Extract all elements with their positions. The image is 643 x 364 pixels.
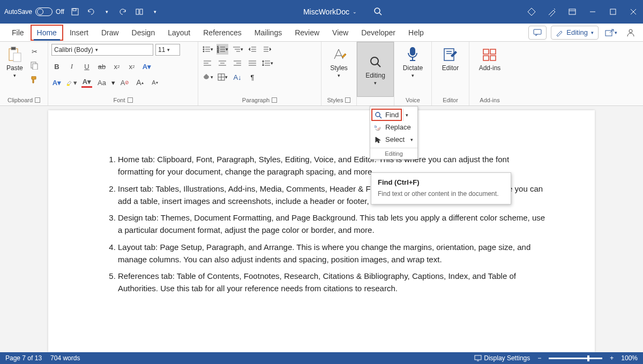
- group-font: Calibri (Body)▾ 11▾ B I U ab x2 x2 A▾ A▾…: [48, 42, 198, 105]
- svg-text:3: 3: [217, 51, 219, 53]
- diamond-icon[interactable]: [526, 6, 537, 17]
- autosave-toggle[interactable]: AutoSave Off: [4, 7, 64, 16]
- styles-button[interactable]: Styles ▾: [327, 44, 351, 80]
- tab-references[interactable]: References: [197, 24, 248, 42]
- font-color-button[interactable]: A▾: [51, 77, 62, 88]
- dialog-launcher-icon[interactable]: [35, 97, 40, 103]
- comments-button[interactable]: [528, 26, 547, 40]
- copy-icon[interactable]: [29, 60, 40, 71]
- coming-soon-icon[interactable]: [547, 6, 557, 17]
- svg-rect-63: [410, 48, 415, 55]
- svg-point-4: [375, 8, 380, 13]
- save-icon[interactable]: [70, 6, 80, 17]
- bullets-button[interactable]: ▾: [201, 44, 213, 55]
- underline-button[interactable]: U: [81, 61, 92, 72]
- tab-view[interactable]: View: [326, 24, 355, 42]
- close-icon[interactable]: [628, 6, 639, 17]
- page-indicator[interactable]: Page 7 of 13: [5, 354, 42, 362]
- editor-button[interactable]: Editor: [439, 44, 462, 74]
- tab-review[interactable]: Review: [288, 24, 326, 42]
- numbering-button[interactable]: 123▾: [216, 44, 228, 55]
- font-size-combo[interactable]: 11▾: [155, 44, 180, 56]
- align-center-button[interactable]: [216, 58, 228, 69]
- zoom-in-icon[interactable]: +: [610, 354, 614, 362]
- change-case-button[interactable]: Aa: [96, 77, 107, 88]
- font-name-combo[interactable]: Calibri (Body)▾: [51, 44, 153, 56]
- bold-button[interactable]: B: [51, 61, 62, 72]
- redo-icon[interactable]: [118, 6, 129, 17]
- multilevel-list-button[interactable]: ▾: [231, 44, 243, 55]
- account-icon[interactable]: [624, 26, 638, 40]
- word-count[interactable]: 704 words: [50, 354, 80, 362]
- svg-rect-2: [136, 9, 139, 14]
- strikethrough-button[interactable]: ab: [96, 61, 107, 72]
- align-right-button[interactable]: [231, 58, 243, 69]
- customize-qat-icon[interactable]: ▾: [150, 6, 161, 17]
- format-painter-icon[interactable]: [29, 74, 40, 85]
- dialog-launcher-icon[interactable]: [128, 97, 133, 103]
- zoom-slider[interactable]: [549, 358, 602, 359]
- tab-developer[interactable]: Developer: [355, 24, 402, 42]
- svg-rect-1: [73, 9, 76, 11]
- line-spacing-button[interactable]: ▾: [261, 58, 273, 69]
- font-color2-button[interactable]: A▾: [81, 77, 92, 88]
- tab-draw[interactable]: Draw: [95, 24, 125, 42]
- find-menu-item[interactable]: Find: [371, 109, 402, 121]
- cut-icon[interactable]: ✂: [29, 46, 40, 57]
- grow-font-button[interactable]: A▴: [134, 77, 145, 88]
- dialog-launcher-icon[interactable]: [345, 97, 350, 103]
- tab-insert[interactable]: Insert: [63, 24, 95, 42]
- increase-indent-button[interactable]: [261, 44, 273, 55]
- addins-button[interactable]: Add-ins: [476, 44, 504, 74]
- tab-mailings[interactable]: Mailings: [248, 24, 288, 42]
- replace-menu-item[interactable]: bc Replace: [370, 121, 417, 133]
- borders-button[interactable]: ▾: [216, 72, 228, 82]
- document-title[interactable]: MiscWorkDoc ⌄: [303, 7, 357, 16]
- text-effects-button[interactable]: A▾: [141, 61, 152, 72]
- find-split-arrow[interactable]: ▾: [403, 109, 410, 121]
- clear-formatting-button[interactable]: A⊘: [119, 77, 130, 88]
- highlight-button[interactable]: ▾: [66, 77, 77, 88]
- toggle-off-icon: [35, 7, 53, 16]
- svg-text:b: b: [375, 124, 377, 129]
- decrease-indent-button[interactable]: [246, 44, 258, 55]
- sort-button[interactable]: A↓: [231, 72, 243, 82]
- svg-rect-70: [490, 49, 496, 54]
- dialog-launcher-icon[interactable]: [272, 97, 277, 103]
- select-menu-item[interactable]: Select ▾: [370, 133, 417, 146]
- tab-home[interactable]: Home: [31, 25, 63, 41]
- tab-help[interactable]: Help: [402, 24, 430, 42]
- justify-button[interactable]: [246, 58, 258, 69]
- zoom-out-icon[interactable]: −: [537, 354, 541, 362]
- svg-line-74: [379, 116, 382, 118]
- share-button[interactable]: ▾: [603, 26, 619, 39]
- search-icon[interactable]: [373, 6, 384, 17]
- shading-button[interactable]: ▾: [201, 72, 213, 82]
- zoom-level[interactable]: 100%: [621, 354, 638, 362]
- find-tooltip: Find (Ctrl+F) Find text or other content…: [371, 172, 511, 204]
- svg-point-14: [629, 29, 632, 33]
- tab-file[interactable]: File: [5, 24, 31, 42]
- quick-access-icon[interactable]: [134, 6, 145, 17]
- superscript-button[interactable]: x2: [126, 61, 137, 72]
- minimize-icon[interactable]: [587, 6, 598, 17]
- tab-layout[interactable]: Layout: [161, 24, 197, 42]
- dictate-button[interactable]: Dictate ▾: [400, 44, 426, 80]
- undo-dropdown-icon[interactable]: ▾: [102, 6, 113, 17]
- svg-point-23: [203, 49, 204, 50]
- ribbon-display-icon[interactable]: [567, 6, 578, 17]
- editing-dropdown-button[interactable]: Editing ▾: [357, 42, 394, 97]
- document-page[interactable]: Home tab: Clipboard, Font, Paragraph, St…: [48, 110, 595, 352]
- tab-design[interactable]: Design: [125, 24, 162, 42]
- svg-rect-16: [11, 47, 16, 50]
- paste-button[interactable]: Paste ▾: [3, 44, 26, 80]
- align-left-button[interactable]: [201, 58, 213, 69]
- show-marks-button[interactable]: ¶: [246, 72, 258, 82]
- display-settings[interactable]: Display Settings: [474, 354, 530, 362]
- undo-icon[interactable]: [86, 6, 96, 17]
- maximize-icon[interactable]: [608, 6, 618, 17]
- editing-mode-button[interactable]: Editing ▾: [551, 26, 599, 40]
- subscript-button[interactable]: x2: [111, 61, 122, 72]
- italic-button[interactable]: I: [66, 61, 77, 72]
- shrink-font-button[interactable]: A▾: [149, 77, 160, 88]
